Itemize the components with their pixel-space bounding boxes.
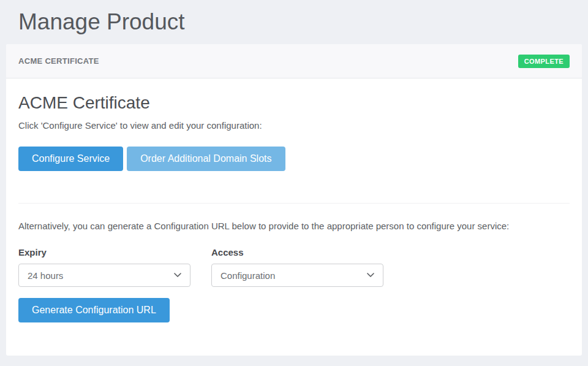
configure-hint: Click 'Configure Service' to view and ed… [18, 120, 570, 131]
access-label: Access [211, 247, 383, 257]
action-buttons: Configure Service Order Additional Domai… [18, 147, 570, 171]
access-select[interactable]: Configuration [211, 264, 383, 287]
configuration-url-form: Expiry 24 hours Access Configuration [18, 247, 570, 287]
alternative-hint: Alternatively, you can generate a Config… [18, 221, 570, 231]
chevron-down-icon [174, 273, 181, 278]
expiry-select[interactable]: 24 hours [18, 264, 190, 287]
product-title: ACME Certificate [18, 93, 570, 113]
order-additional-domain-slots-button[interactable]: Order Additional Domain Slots [127, 147, 285, 171]
configure-service-button[interactable]: Configure Service [18, 147, 123, 171]
expiry-label: Expiry [18, 247, 190, 257]
panel-header: ACME CERTIFICATE COMPLETE [6, 44, 582, 78]
product-panel: ACME CERTIFICATE COMPLETE ACME Certifica… [6, 44, 582, 356]
access-field-group: Access Configuration [211, 247, 383, 287]
expiry-field-group: Expiry 24 hours [18, 247, 190, 287]
status-badge: COMPLETE [518, 55, 570, 68]
access-select-value: Configuration [221, 270, 275, 281]
panel-body: ACME Certificate Click 'Configure Servic… [6, 93, 582, 322]
page-title: Manage Product [0, 0, 588, 44]
generate-configuration-url-button[interactable]: Generate Configuration URL [18, 298, 170, 322]
chevron-down-icon [367, 273, 374, 278]
panel-header-title: ACME CERTIFICATE [18, 56, 99, 66]
section-divider [18, 203, 570, 204]
expiry-select-value: 24 hours [28, 270, 63, 281]
